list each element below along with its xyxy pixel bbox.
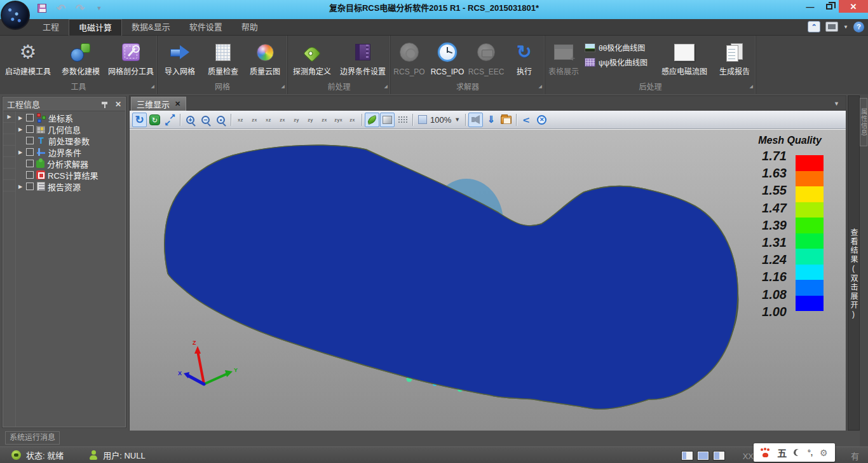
view-preset-5-button[interactable]: zy bbox=[290, 113, 303, 127]
zoom-in-button[interactable]: + bbox=[183, 113, 198, 127]
view-preset-7-button[interactable]: zx bbox=[318, 113, 331, 127]
gutter-arrow-icon[interactable]: ▶ bbox=[3, 111, 15, 123]
restore-button[interactable] bbox=[820, 0, 839, 13]
group-expand-icon[interactable]: ◢ bbox=[151, 81, 154, 91]
expander-icon[interactable]: ▶ bbox=[17, 184, 24, 190]
tab-project[interactable]: 工程 bbox=[33, 19, 69, 36]
capture-button[interactable] bbox=[499, 113, 513, 127]
quality-cloud-button[interactable]: 质量云图 bbox=[244, 38, 286, 76]
application-logo[interactable] bbox=[1, 1, 30, 30]
checkbox[interactable] bbox=[26, 148, 34, 156]
ime-toolbar[interactable]: 五 °, ⚙ bbox=[754, 443, 835, 462]
tree-item-analysis-solver[interactable]: 分析求解器 bbox=[16, 158, 125, 169]
expander-icon[interactable]: ▶ bbox=[17, 149, 24, 155]
zoom-fit-button[interactable]: ▪ bbox=[214, 113, 228, 127]
checkbox[interactable] bbox=[26, 171, 34, 179]
svg-text:Y: Y bbox=[234, 367, 238, 373]
view-preset-9-button[interactable]: zx bbox=[346, 113, 359, 127]
pan-button[interactable] bbox=[163, 113, 177, 127]
group-expand-icon[interactable]: ◢ bbox=[281, 81, 285, 91]
tab-3d-display[interactable]: 三维显示 ✕ bbox=[131, 97, 186, 111]
import-mesh-button[interactable]: 导入网格 bbox=[158, 38, 202, 76]
view-results-collapsed-panel[interactable]: 查看结果(双击展开) bbox=[848, 95, 860, 431]
expander-icon[interactable]: ▶ bbox=[17, 115, 24, 121]
layout-toggle-full-icon[interactable] bbox=[697, 451, 709, 460]
checkbox[interactable] bbox=[26, 114, 34, 121]
tree-item-report-resources[interactable]: ▶ 报告资源 bbox=[16, 181, 125, 192]
tree-item-rcs-results[interactable]: RCS计算结果 bbox=[16, 169, 125, 181]
panel-close-icon[interactable]: ✕ bbox=[115, 100, 121, 109]
tree-item-geometry-info[interactable]: ▶ 几何信息 bbox=[16, 123, 125, 135]
view-preset-1-button[interactable]: xz bbox=[234, 113, 247, 127]
shapes-icon bbox=[71, 43, 91, 62]
baidu-ime-paw-icon[interactable] bbox=[761, 448, 770, 457]
collapse-ribbon-button[interactable]: ⌃ bbox=[808, 21, 820, 32]
tab-em-computation[interactable]: 电磁计算 bbox=[69, 19, 122, 36]
rotate-button[interactable]: ↻ bbox=[132, 113, 147, 127]
ime-punctuation-icon[interactable]: °, bbox=[808, 448, 813, 457]
smooth-shading-button[interactable] bbox=[365, 113, 379, 127]
clear-view-button[interactable]: ✕ bbox=[534, 113, 549, 127]
3d-model[interactable]: Z Y X bbox=[130, 130, 846, 431]
psi-polarization-plot-button[interactable]: ψψ极化曲线图 bbox=[585, 57, 653, 67]
ime-fullhalf-moon-icon[interactable] bbox=[793, 448, 802, 457]
group-expand-icon[interactable]: ◢ bbox=[384, 81, 388, 91]
layout-toggle-right-icon[interactable] bbox=[713, 451, 725, 460]
tree-item-coordinate-system[interactable]: ▶ 坐标系 bbox=[16, 112, 125, 123]
3d-viewport[interactable]: Z Y X Mesh Quality 1.71 1.63 1.55 1.47 1… bbox=[130, 129, 846, 431]
checkbox[interactable] bbox=[26, 183, 34, 190]
close-button[interactable]: ✕ bbox=[839, 0, 868, 13]
theta-polarization-plot-button[interactable]: θθ极化曲线图 bbox=[585, 42, 653, 53]
flat-shading-button[interactable] bbox=[380, 113, 395, 127]
system-message-tab[interactable]: 系统运行消息 bbox=[5, 431, 60, 445]
display-mode-caret-icon[interactable]: ▼ bbox=[843, 24, 848, 30]
table-display-button: 表格展示 bbox=[545, 38, 582, 76]
boundary-condition-setting-button[interactable]: 边界条件设置 bbox=[336, 38, 390, 76]
port-icon bbox=[477, 43, 495, 61]
view-preset-4-button[interactable]: zx bbox=[276, 113, 289, 127]
pin-icon[interactable] bbox=[101, 100, 109, 108]
generate-report-button[interactable]: 生成报告 bbox=[716, 38, 753, 76]
induced-current-map-button[interactable]: 感应电磁流图 bbox=[656, 38, 713, 76]
minimize-button[interactable]: — bbox=[801, 0, 820, 13]
tab-software-settings[interactable]: 软件设置 bbox=[180, 19, 232, 36]
tab-help[interactable]: 帮助 bbox=[232, 19, 268, 36]
quality-check-button[interactable]: 质量检查 bbox=[202, 38, 244, 76]
ime-mode-wubi[interactable]: 五 bbox=[777, 446, 787, 459]
tree-item-preprocess-params[interactable]: T 前处理参数 bbox=[16, 135, 125, 146]
point-display-button[interactable] bbox=[395, 113, 410, 127]
save-view-button[interactable]: ⇓ bbox=[484, 113, 498, 127]
checkbox[interactable] bbox=[26, 125, 34, 133]
tree-item-boundary-conditions[interactable]: ▶ 边界条件 bbox=[16, 146, 125, 158]
zoom-out-button[interactable]: − bbox=[198, 113, 213, 127]
view-preset-3-button[interactable]: xz bbox=[262, 113, 275, 127]
group-expand-icon[interactable]: ◢ bbox=[750, 81, 753, 91]
title-bar[interactable]: ↶ ↷ ▼ 复杂目标RCS电磁分析软件2015 R1 - RCS_2015031… bbox=[0, 0, 868, 19]
execute-button[interactable]: ↻ 执行 bbox=[508, 38, 540, 76]
view-preset-6-button[interactable]: zy bbox=[304, 113, 317, 127]
zoom-level-select[interactable]: 100% ▼ bbox=[416, 115, 463, 125]
layout-toggle-left-icon[interactable] bbox=[681, 451, 693, 460]
launch-modeling-tool-button[interactable]: ⚙ 启动建模工具 bbox=[0, 38, 56, 76]
tab-data-display[interactable]: 数据&显示 bbox=[122, 19, 180, 36]
group-expand-icon[interactable]: ◢ bbox=[539, 81, 542, 91]
view-preset-2-button[interactable]: zx bbox=[248, 113, 261, 127]
tab-list-caret-icon[interactable]: ▼ bbox=[834, 100, 839, 107]
checkbox[interactable] bbox=[26, 137, 34, 144]
previous-view-button[interactable] bbox=[468, 113, 483, 127]
share-view-button[interactable]: < bbox=[519, 113, 534, 127]
rcs-ipo-solver-button[interactable]: RCS_IPO bbox=[428, 38, 467, 76]
help-button[interactable]: ? bbox=[853, 22, 864, 32]
axis-triad: Z Y X bbox=[178, 340, 238, 384]
orbit-button[interactable]: ↻ bbox=[147, 113, 162, 127]
view-preset-8-button[interactable]: zyx bbox=[332, 113, 345, 127]
mesh-partition-tool-button[interactable]: 网格剖分工具 bbox=[105, 38, 156, 76]
tab-property-info[interactable]: 属性信息 bbox=[860, 98, 867, 146]
expander-icon[interactable]: ▶ bbox=[17, 127, 24, 132]
ime-settings-gear-icon[interactable]: ⚙ bbox=[820, 448, 828, 457]
parametric-modeling-button[interactable]: 参数化建模 bbox=[56, 38, 105, 76]
display-mode-button[interactable] bbox=[825, 22, 838, 32]
checkbox[interactable] bbox=[26, 160, 34, 167]
probe-angle-define-button[interactable]: 探测角定义 bbox=[288, 38, 336, 76]
close-tab-icon[interactable]: ✕ bbox=[175, 100, 180, 108]
